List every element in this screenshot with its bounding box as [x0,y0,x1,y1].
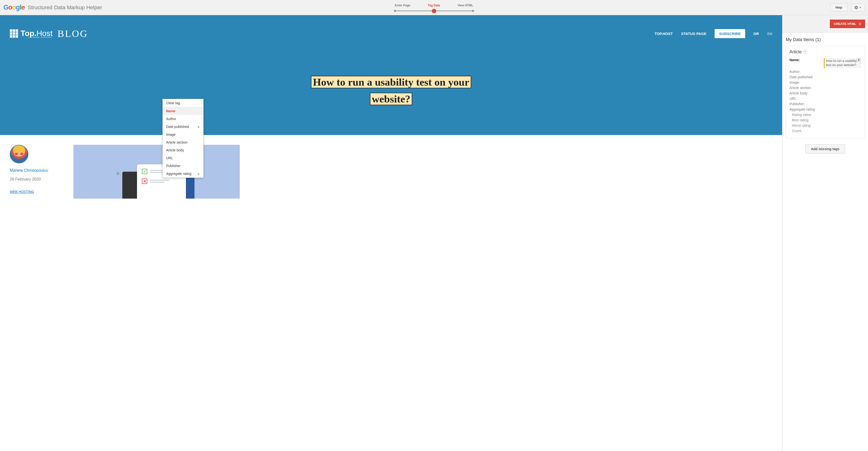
field-rating-value-label: Rating value: [792,113,826,117]
nav-status[interactable]: STATUS PAGE [681,32,706,36]
field-publisher[interactable]: Publisher: [789,102,861,106]
article-headline-highlighted[interactable]: How to run a usability test on your webs… [311,76,471,105]
blog-word: BLOG [58,28,88,39]
ctx-item-aggregate-rating[interactable]: Aggregate rating▶ [163,170,203,178]
progress-stepper: Enter Page Tag Data View HTML [395,4,473,11]
ctx-item-author[interactable]: Author [163,115,203,123]
blog-nav: TOP.HOST STATUS PAGE SUBSCRIBE GR EN [654,29,772,38]
field-name-value[interactable]: How to run a usability test on your webs… [824,58,861,68]
aggregate-rating-subfields: Rating value: Best rating: Worst rating:… [792,113,861,133]
create-html-label: CREATE HTML [834,22,856,26]
add-missing-tags-button[interactable]: Add missing tags [805,144,845,154]
field-name-label: Name: [789,58,824,62]
step-dot-1 [394,10,396,12]
caret-down-icon [860,7,861,8]
step-dot-3 [472,10,474,12]
field-image[interactable]: Image: [789,80,861,85]
ctx-item-article-section[interactable]: Article section [163,138,203,146]
ctx-item-image[interactable]: Image [163,131,203,138]
ctx-clear-tag[interactable]: Clear tag [163,99,203,107]
step-tag-data[interactable]: Tag Data [428,4,440,7]
help-icon[interactable]: ? [803,50,807,54]
spark-icon: ✦ [114,168,122,179]
ctx-item-date-published[interactable]: Date published▶ [163,123,203,131]
data-items-panel: CREATE HTML My Data Items (1) Article ? … [782,15,868,451]
field-article-body-label: Article body: [789,91,824,95]
main-layout: Top.Host EXTREME SUPPORT BLOG TOP.HOST S… [0,15,868,451]
google-logo: Google [3,4,25,11]
field-name: Name: How to run a usability test on you… [789,58,861,68]
ctx-item-article-body[interactable]: Article body [163,146,203,154]
field-article-section-label: Article section: [789,86,824,90]
ctx-item-name[interactable]: Name [163,107,203,115]
x-icon: ✕ [142,179,147,184]
card-heading-text: Article [789,50,802,55]
nav-subscribe[interactable]: SUBSCRIBE [715,29,745,38]
hero-section: Top.Host EXTREME SUPPORT BLOG TOP.HOST S… [0,15,782,135]
ctx-item-publisher[interactable]: Publisher [163,162,203,170]
field-url[interactable]: URL: [789,97,861,100]
article-card: Article ? Name: How to run a usability t… [786,46,865,139]
field-worst-rating-label: Worst rating: [792,124,826,127]
field-publisher-label: Publisher: [789,102,824,106]
chevron-right-icon: ▶ [198,126,200,128]
feature-image: ✦ ✓ ✕ [73,145,240,199]
page-preview-pane[interactable]: Top.Host EXTREME SUPPORT BLOG TOP.HOST S… [0,15,782,451]
field-author[interactable]: Author: [789,70,861,74]
author-name-link[interactable]: Marieta Christopoulou [10,168,64,173]
nav-gr[interactable]: GR [753,32,759,36]
ctx-item-url[interactable]: URL [163,154,203,162]
step-dot-2-active [432,9,436,13]
settings-button[interactable] [851,4,865,11]
field-image-label: Image: [789,80,824,85]
check-icon: ✓ [142,169,147,174]
field-worst-rating[interactable]: Worst rating: [792,124,861,127]
top-right-controls: Help [830,3,865,11]
tag-context-menu: Clear tag NameAuthorDate published▶Image… [162,99,204,178]
article-body-row: Marieta Christopoulou 26 February 2020 W… [0,135,782,208]
author-column: Marieta Christopoulou 26 February 2020 W… [10,145,64,199]
field-rating-value[interactable]: Rating value: [792,113,861,117]
author-avatar[interactable] [10,145,28,163]
headline-zone: How to run a usability test on your webs… [0,47,782,108]
field-aggregate-rating[interactable]: Aggregate rating [789,107,861,111]
chevron-right-icon [859,23,861,26]
top-bar: Google Structured Data Markup Helper Ent… [0,0,868,15]
panel-title: My Data Items (1) [786,37,865,42]
side-body: My Data Items (1) Article ? Name: How to… [782,33,868,451]
field-count[interactable]: Count: [792,129,861,133]
remove-name-button[interactable]: X [857,58,861,62]
grid-icon [10,29,18,38]
category-link[interactable]: WEB HOSTING [10,190,34,194]
help-button[interactable]: Help [830,3,847,11]
field-author-label: Author: [789,70,824,74]
blog-header: Top.Host EXTREME SUPPORT BLOG TOP.HOST S… [0,15,782,47]
field-url-label: URL: [789,97,824,100]
field-date-published[interactable]: Date published: [789,75,861,79]
gear-icon [854,5,859,10]
create-html-button[interactable]: CREATE HTML [830,20,865,28]
step-view-html[interactable]: View HTML [458,4,473,7]
brand-tagline: EXTREME SUPPORT [21,36,53,38]
field-best-rating-label: Best rating: [792,118,826,122]
field-article-section[interactable]: Article section: [789,86,861,90]
step-enter-page[interactable]: Enter Page [395,4,410,7]
publish-date: 26 February 2020 [10,177,64,182]
blog-logo[interactable]: Top.Host EXTREME SUPPORT BLOG [10,28,88,39]
nav-tophost[interactable]: TOP.HOST [654,32,673,36]
side-header: CREATE HTML [782,15,868,33]
chevron-right-icon: ▶ [198,172,200,175]
field-article-body[interactable]: Article body: [789,91,861,95]
field-best-rating[interactable]: Best rating: [792,118,861,122]
app-title: Structured Data Markup Helper [28,4,102,11]
field-count-label: Count: [792,129,826,133]
nav-en[interactable]: EN [767,32,772,36]
field-date-published-label: Date published: [789,75,824,79]
card-heading: Article ? [789,50,861,55]
field-aggregate-rating-label: Aggregate rating [789,107,824,111]
